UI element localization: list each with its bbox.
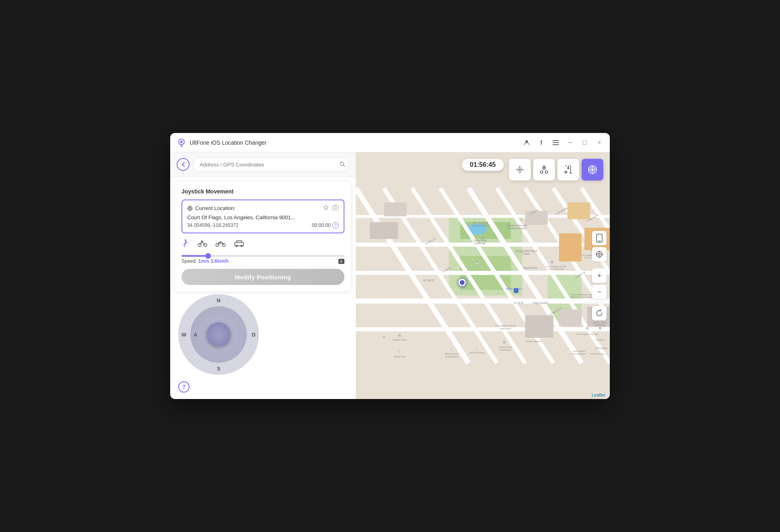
svg-text:Los Angeles: Los Angeles <box>573 350 585 352</box>
svg-text:Hill Street Bar: Hill Street Bar <box>445 353 459 355</box>
joystick-control[interactable]: N W D A S <box>178 294 259 375</box>
bicycle-button[interactable] <box>198 239 207 247</box>
svg-text:of Administration: of Administration <box>507 227 526 230</box>
car-button[interactable] <box>234 240 244 247</box>
svg-text:🍴: 🍴 <box>398 350 402 354</box>
svg-text:Los Angeles County: Los Angeles County <box>495 324 515 327</box>
facebook-button[interactable]: f <box>537 139 545 147</box>
svg-text:Pereira Addition: Pereira Addition <box>526 340 542 343</box>
speed-slider[interactable] <box>181 255 344 257</box>
svg-text:☕: ☕ <box>475 260 479 264</box>
joystick-mid: A <box>190 306 247 363</box>
svg-text:Kenneth Hahn Hall: Kenneth Hahn Hall <box>506 224 528 227</box>
svg-point-115 <box>540 171 543 173</box>
svg-text:🍴: 🍴 <box>450 347 454 351</box>
minimize-button[interactable]: − <box>566 139 574 147</box>
star-button[interactable] <box>323 204 329 212</box>
target-icon <box>187 206 193 211</box>
svg-rect-3 <box>553 140 559 141</box>
app-title: UltFone iOS Location Changer <box>190 139 267 146</box>
leaflet-label: Leaflet <box>592 393 605 397</box>
user-button[interactable] <box>523 139 531 147</box>
svg-point-122 <box>570 172 571 174</box>
svg-text:W 2nd St: W 2nd St <box>423 279 434 282</box>
maximize-button[interactable]: □ <box>581 139 589 147</box>
svg-text:Birds and Bees: Birds and Bees <box>469 351 485 354</box>
menu-button[interactable] <box>552 139 560 147</box>
joystick-tool-button[interactable] <box>582 159 603 181</box>
svg-text:Los Angeles County: Los Angeles County <box>546 265 566 268</box>
svg-text:& Restaurant: & Restaurant <box>445 355 459 358</box>
location-box: Current Location: <box>181 200 344 233</box>
svg-rect-5 <box>553 144 559 145</box>
sidebar-divider <box>595 265 603 265</box>
location-time: 00:00:00 ? <box>312 222 339 229</box>
svg-point-121 <box>567 167 569 169</box>
transport-row <box>181 239 344 248</box>
device-tool-button[interactable] <box>592 231 607 245</box>
teleport-tool-button[interactable] <box>509 159 531 181</box>
svg-text:🏛: 🏛 <box>551 260 554 264</box>
modify-positioning-button[interactable]: Modify Positioning <box>181 269 344 285</box>
close-button[interactable]: × <box>595 139 603 147</box>
svg-text:🏛: 🏛 <box>503 340 506 344</box>
app-logo-icon <box>177 138 186 148</box>
location-coords: 34.054599,-118.245372 <box>187 222 238 228</box>
timer-badge: 01:56:45 <box>462 159 504 171</box>
svg-rect-47 <box>567 202 590 219</box>
time-help-icon[interactable]: ? <box>332 222 339 229</box>
help-button[interactable]: ? <box>178 381 190 393</box>
search-input-wrap <box>193 157 349 172</box>
location-coords-row: 34.054599,-118.245372 00:00:00 ? <box>187 222 339 229</box>
search-button[interactable] <box>340 161 345 168</box>
svg-rect-52 <box>559 310 582 326</box>
svg-rect-24 <box>240 241 241 243</box>
zoom-in-button[interactable]: + <box>592 268 607 283</box>
screenshot-button[interactable] <box>332 204 339 212</box>
svg-text:Hall of Records: Hall of Records <box>549 268 564 270</box>
back-button[interactable] <box>177 158 190 171</box>
svg-point-125 <box>591 168 594 171</box>
joystick-label-s: S <box>217 366 221 372</box>
joystick-label-w: W <box>181 332 186 338</box>
crosshair-tool-button[interactable] <box>592 247 607 262</box>
svg-text:⛩: ⛩ <box>481 237 484 241</box>
svg-text:🏛: 🏛 <box>398 333 401 337</box>
joystick-panel: Joystick Movement <box>175 182 351 291</box>
map-background: N Hill St N Broadway N Spring St N Main … <box>356 152 610 399</box>
speed-label-row: Speed: 1m/s 3.6km/h k <box>181 258 344 264</box>
svg-text:Flag Garden: Flag Garden <box>533 301 549 305</box>
speed-slider-wrap: Speed: 1m/s 3.6km/h k <box>181 251 344 264</box>
joystick-thumb[interactable] <box>206 322 231 347</box>
svg-text:Courthouse: Courthouse <box>500 349 511 351</box>
svg-point-21 <box>236 245 238 247</box>
zoom-out-button[interactable]: − <box>592 285 607 299</box>
pin-outer <box>456 276 468 289</box>
svg-text:United States: United States <box>498 346 512 348</box>
location-label: Current Location: <box>187 205 236 211</box>
route-tool-button[interactable] <box>557 159 579 181</box>
svg-rect-51 <box>525 315 553 338</box>
svg-point-15 <box>185 239 186 241</box>
map-tools <box>509 159 603 181</box>
svg-text:Cathedral Plaza: Cathedral Plaza <box>471 224 490 227</box>
refresh-button[interactable] <box>592 306 607 320</box>
svg-text:ourthouse: ourthouse <box>474 242 486 245</box>
app-window: UltFone iOS Location Changer f − <box>170 133 610 399</box>
svg-point-8 <box>189 207 191 209</box>
speed-label: Speed: 1m/s 3.6km/h <box>181 258 229 264</box>
motorcycle-button[interactable] <box>215 239 226 247</box>
svg-text:🍴: 🍴 <box>475 347 479 351</box>
search-input[interactable] <box>193 157 349 172</box>
walk-button[interactable] <box>181 239 190 248</box>
svg-rect-4 <box>553 142 559 143</box>
title-bar: UltFone iOS Location Changer f − <box>170 133 610 152</box>
svg-point-14 <box>335 207 337 209</box>
svg-text:aio: aio <box>382 336 385 338</box>
multi-point-tool-button[interactable] <box>533 159 555 181</box>
search-bar <box>170 152 356 177</box>
svg-text:The Center at: The Center at <box>473 221 488 224</box>
svg-text:LAPD Metro: LAPD Metro <box>595 347 607 349</box>
svg-point-22 <box>241 245 243 247</box>
svg-point-128 <box>596 251 602 257</box>
